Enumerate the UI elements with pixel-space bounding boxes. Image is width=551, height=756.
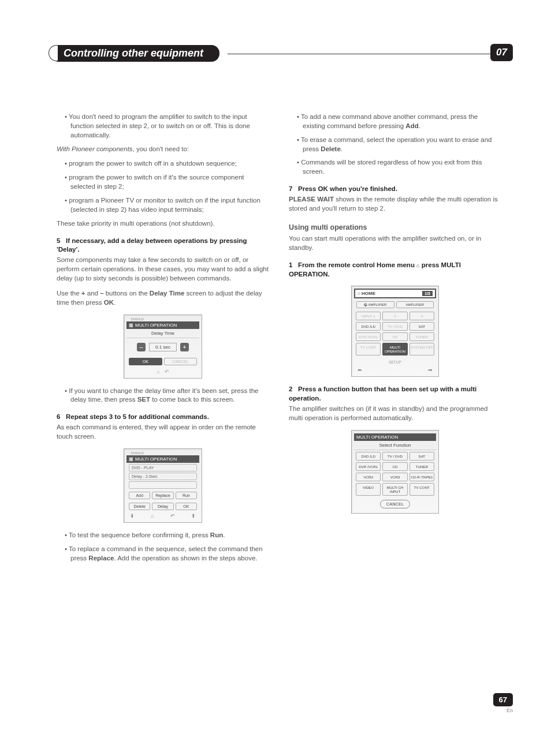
using-multi-heading: Using multi operations xyxy=(289,223,501,233)
remote-mock-home: ⌂ HOME1/3 ⏻ AMPLIFIER AMPLIFIER INPUT 12… xyxy=(351,286,439,377)
pioneer-bullet-1: program the power to switch off in a shu… xyxy=(65,159,269,169)
remote-mock-command-list: DVD/LD ▦MULTI OPERATION DVD - PLAY Delay… xyxy=(124,448,202,523)
priority-note: These take priority in multi operations … xyxy=(57,219,269,229)
step-1-heading: 1 From the remote control Home menu ⌂ pr… xyxy=(289,261,501,279)
cancel-pill: CANCEL xyxy=(380,500,410,508)
multi-operation-button: MULTI OPERATION xyxy=(382,343,407,355)
step-2-heading: 2 Press a function button that has been … xyxy=(289,385,501,403)
remote-mock-select-function: MULTI OPERATION Select Function DVD /LDT… xyxy=(351,430,439,514)
right-column: To add a new command above another comma… xyxy=(289,113,501,567)
home-icon: ⌂ xyxy=(151,513,154,519)
ok-button: OK xyxy=(129,358,162,365)
erase-bullet: To erase a command, select the operation… xyxy=(297,136,501,154)
delay-button: Delay xyxy=(152,503,173,510)
run-bullet: To test the sequence before confirming i… xyxy=(65,531,269,540)
left-column: You don't need to program the amplifier … xyxy=(57,113,269,567)
step-7-heading: 7 Press OK when you're finished. xyxy=(289,185,501,194)
back-icon: ↶ xyxy=(165,369,169,375)
delete-button: Delete xyxy=(129,503,150,510)
plus-button: + xyxy=(180,343,189,351)
change-delay-bullet: If you want to change the delay time aft… xyxy=(65,387,269,405)
with-pioneer-intro: With Pioneer components, you don't need … xyxy=(57,145,269,154)
step-7-body: PLEASE WAIT shows in the remote display … xyxy=(289,195,501,214)
remote-mock-delay-time: DVD/LD ▦MULTI OPERATION Delay Time – 0.1… xyxy=(124,315,202,379)
down-arrow-icon: ⬇ xyxy=(130,513,135,519)
add-bullet: To add a new command above another comma… xyxy=(297,113,501,131)
run-button: Run xyxy=(176,492,197,499)
step-5-body: Some components may take a few seconds t… xyxy=(57,256,269,283)
step-2-body: The amplifier switches on (if it was in … xyxy=(289,405,501,423)
right-arrow-icon: ➡ xyxy=(428,367,433,373)
back-icon: ↶ xyxy=(170,513,175,519)
ok-button-2: OK xyxy=(176,503,197,510)
up-arrow-icon: ⬆ xyxy=(191,513,196,519)
page-number: 67 En xyxy=(493,693,513,713)
step-6-heading: 6 Repeat steps 3 to 5 for additional com… xyxy=(57,413,269,422)
left-arrow-icon: ⬅ xyxy=(358,367,362,373)
delay-value: 0.1 sec xyxy=(149,343,177,351)
chapter-title: Controlling other equipment xyxy=(57,45,219,62)
cancel-button: CANCEL xyxy=(164,358,198,365)
add-button: Add xyxy=(129,492,150,499)
chapter-number-badge: 07 xyxy=(490,44,513,61)
home-icon: ⌂ xyxy=(358,291,360,296)
replace-button: Replace xyxy=(152,492,173,499)
chapter-header: Controlling other equipment 07 xyxy=(57,45,501,62)
intro-bullet: You don't need to program the amplifier … xyxy=(65,113,269,140)
delay-instruction: Use the + and – buttons on the Delay Tim… xyxy=(57,289,269,308)
step-6-body: As each command is entered, they will ap… xyxy=(57,423,269,441)
home-icon: ⌂ xyxy=(157,369,159,375)
stored-bullet: Commands will be stored regardless of ho… xyxy=(297,158,501,177)
step-5-heading: 5 If necessary, add a delay between oper… xyxy=(57,237,269,255)
minus-button: – xyxy=(137,343,146,351)
pioneer-bullet-2: program the power to switch on if it's t… xyxy=(65,173,269,192)
replace-bullet: To replace a command in the sequence, se… xyxy=(65,545,269,563)
using-multi-body: You can start multi operations with the … xyxy=(289,234,501,253)
pioneer-bullet-3: program a Pioneer TV or monitor to switc… xyxy=(65,196,269,215)
